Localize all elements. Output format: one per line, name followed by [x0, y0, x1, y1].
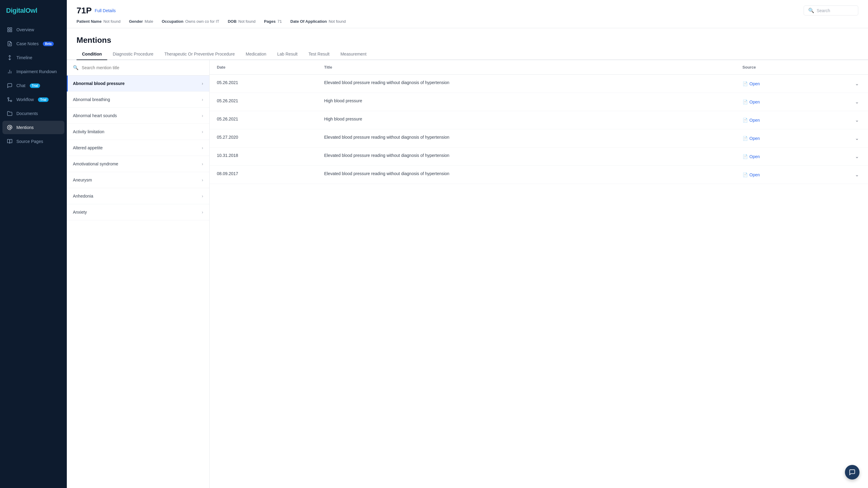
chat-bubble[interactable]: [845, 465, 860, 480]
meta-occupation: Occupation Owns own co for IT: [162, 19, 219, 24]
cell-source-5: 📄 Open ⌄: [735, 166, 868, 184]
col-header-source: Source: [735, 60, 868, 75]
sidebar-item-case-notes[interactable]: Case Notes Beta: [2, 37, 64, 51]
list-search: 🔍: [67, 60, 209, 75]
tab-medication[interactable]: Medication: [240, 48, 272, 60]
sidebar-item-documents[interactable]: Documents: [2, 107, 64, 120]
sidebar-label-case-notes: Case Notes: [17, 41, 38, 46]
logo-text2: Owl: [26, 7, 37, 14]
open-label-3: Open: [749, 136, 760, 141]
list-item-abnormal-heart-sounds[interactable]: Abnormal heart sounds ›: [67, 108, 209, 124]
svg-rect-2: [10, 30, 12, 32]
sidebar-label-overview: Overview: [17, 27, 34, 32]
cell-date-2: 05.26.2021: [210, 111, 317, 129]
logo: DigitalOwl: [0, 0, 67, 23]
chevron-right-icon: ›: [202, 129, 203, 134]
svg-rect-0: [8, 28, 9, 29]
header-search[interactable]: 🔍 Search: [804, 5, 858, 15]
sidebar-item-workflow[interactable]: Workflow Trial: [2, 93, 64, 106]
chevron-right-icon: ›: [202, 97, 203, 102]
svg-rect-3: [8, 30, 9, 32]
expand-button-5[interactable]: ⌄: [853, 171, 861, 178]
open-link-1[interactable]: 📄 Open: [743, 100, 760, 104]
cell-title-4: Elevated blood pressure reading without …: [317, 148, 735, 166]
search-input[interactable]: [82, 65, 203, 70]
sidebar-item-impairment-rundown[interactable]: Impairment Rundown: [2, 65, 64, 78]
open-link-5[interactable]: 📄 Open: [743, 172, 760, 177]
cell-source-3: 📄 Open ⌄: [735, 129, 868, 148]
tab-diagnostic[interactable]: Diagnostic Procedure: [107, 48, 159, 60]
tab-lab-result[interactable]: Lab Result: [272, 48, 303, 60]
list-item-anxiety[interactable]: Anxiety ›: [67, 204, 209, 220]
open-label-0: Open: [749, 82, 760, 86]
full-details-link[interactable]: Full Details: [95, 8, 116, 13]
expand-button-1[interactable]: ⌄: [853, 98, 861, 105]
chevron-right-icon: ›: [202, 210, 203, 215]
expand-button-4[interactable]: ⌄: [853, 153, 861, 160]
cell-date-3: 05.27.2020: [210, 129, 317, 148]
svg-rect-1: [10, 28, 12, 29]
table-row: 08.09.2017 Elevated blood pressure readi…: [210, 166, 868, 184]
list-item-altered-appetite[interactable]: Altered appetite ›: [67, 140, 209, 156]
logo-text1: Digital: [6, 7, 26, 14]
list-item-activity-limitation[interactable]: Activity limitation ›: [67, 124, 209, 140]
open-link-2[interactable]: 📄 Open: [743, 118, 760, 123]
list-item-abnormal-breathing[interactable]: Abnormal breathing ›: [67, 92, 209, 108]
meta-date-of-application: Date Of Application Not found: [290, 19, 346, 24]
meta-pages: Pages 71: [264, 19, 282, 24]
col-header-title: Title: [317, 60, 735, 75]
folder-icon: [7, 110, 13, 117]
patient-meta: Patient Name Not found Gender Male Occup…: [76, 19, 858, 24]
sidebar-label-source-pages: Source Pages: [17, 139, 43, 144]
table-row: 05.26.2021 High blood pressure 📄 Open ⌄: [210, 93, 868, 111]
list-item-label: Aneurysm: [73, 177, 92, 183]
meta-label-date-of-application: Date Of Application: [290, 19, 327, 24]
sidebar-item-mentions[interactable]: Mentions: [2, 121, 64, 134]
sidebar-item-chat[interactable]: Chat Trial: [2, 79, 64, 92]
tab-test-result[interactable]: Test Result: [303, 48, 335, 60]
header-title: 71P Full Details: [76, 6, 116, 15]
sidebar-item-timeline[interactable]: Timeline: [2, 51, 64, 64]
svg-point-12: [9, 127, 11, 128]
trial-badge-workflow: Trial: [38, 97, 49, 102]
cell-date-0: 05.26.2021: [210, 75, 317, 93]
cell-source-4: 📄 Open ⌄: [735, 148, 868, 166]
cell-date-1: 05.26.2021: [210, 93, 317, 111]
content-area: 🔍 Abnormal blood pressure › Abnormal bre…: [67, 60, 868, 488]
tab-measurement[interactable]: Measurement: [335, 48, 372, 60]
expand-button-0[interactable]: ⌄: [853, 80, 861, 87]
detail-table: Date Title Source 05.26.2021 Elevated bl…: [210, 60, 868, 184]
tab-condition[interactable]: Condition: [76, 48, 107, 60]
chevron-right-icon: ›: [202, 194, 203, 198]
open-link-4[interactable]: 📄 Open: [743, 154, 760, 159]
chevron-right-icon: ›: [202, 177, 203, 183]
meta-label-occupation: Occupation: [162, 19, 183, 24]
list-item-label: Anxiety: [73, 210, 87, 215]
open-link-3[interactable]: 📄 Open: [743, 136, 760, 141]
list-items: Abnormal blood pressure › Abnormal breat…: [67, 75, 209, 488]
patient-id: 71P: [76, 6, 92, 15]
meta-value-occupation: Owns own co for IT: [185, 19, 219, 24]
tabs: Condition Diagnostic Procedure Therapeut…: [67, 48, 868, 60]
trial-badge-chat: Trial: [30, 84, 40, 88]
meta-label-gender: Gender: [129, 19, 143, 24]
table-row: 05.26.2021 High blood pressure 📄 Open ⌄: [210, 111, 868, 129]
tab-therapeutic[interactable]: Therapeutic Or Preventive Procedure: [159, 48, 240, 60]
sidebar-item-overview[interactable]: Overview: [2, 23, 64, 36]
list-item-anhedonia[interactable]: Anhedonia ›: [67, 188, 209, 204]
open-label-4: Open: [749, 154, 760, 159]
at-sign-icon: [7, 124, 13, 130]
sidebar-label-documents: Documents: [17, 111, 38, 116]
expand-button-3[interactable]: ⌄: [853, 135, 861, 142]
expand-button-2[interactable]: ⌄: [853, 117, 861, 124]
sidebar-item-source-pages[interactable]: Source Pages: [2, 135, 64, 148]
header-top: 71P Full Details 🔍 Search: [76, 5, 858, 15]
list-item-aneurysm[interactable]: Aneurysm ›: [67, 172, 209, 188]
open-link-0[interactable]: 📄 Open: [743, 82, 760, 86]
svg-point-10: [10, 100, 12, 102]
list-item-amotivational-syndrome[interactable]: Amotivational syndrome ›: [67, 156, 209, 172]
cell-source-1: 📄 Open ⌄: [735, 93, 868, 111]
file-icon-2: 📄: [743, 118, 748, 123]
file-icon-0: 📄: [743, 82, 748, 86]
list-item-abnormal-blood-pressure[interactable]: Abnormal blood pressure ›: [67, 75, 209, 92]
